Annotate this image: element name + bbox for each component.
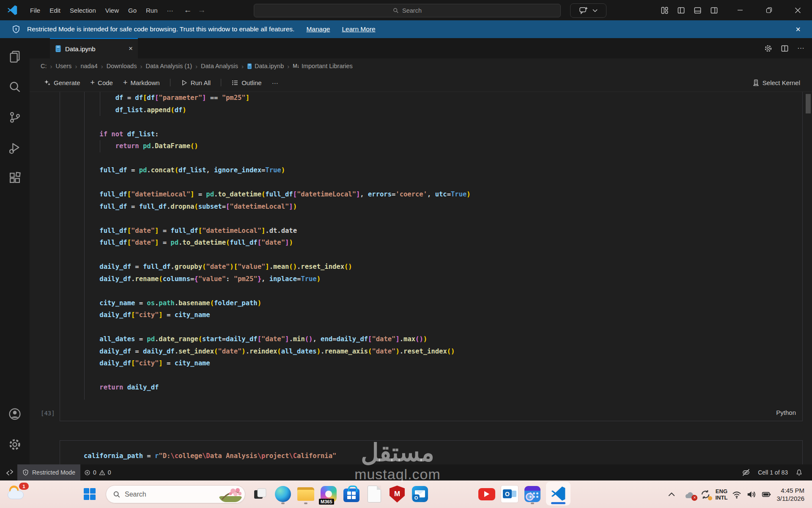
menu-more-icon[interactable]: ···	[162, 5, 178, 16]
select-kernel-button[interactable]: Select Kernel	[749, 77, 804, 88]
task-view-button[interactable]	[250, 483, 270, 505]
add-code-cell-button[interactable]: + Code	[87, 77, 116, 88]
code-line[interactable]: all_dates = pd.date_range(start=daily_df…	[84, 333, 471, 345]
toggle-sidebar-icon[interactable]	[673, 0, 689, 20]
close-window-button[interactable]	[783, 0, 812, 20]
code-line[interactable]: full_df["datetimeLocal"] = pd.to_datetim…	[84, 188, 471, 201]
restricted-mode-status[interactable]: Restricted Mode	[17, 464, 80, 480]
breadcrumb-item-data-analysis[interactable]: Data Analysis	[201, 63, 238, 69]
customize-layout-icon[interactable]	[656, 0, 673, 20]
code-line[interactable]: full_df["date"] = full_df["datetimeLocal…	[84, 225, 471, 237]
run-all-button[interactable]: Run All	[177, 77, 214, 88]
breadcrumb-item-downloads[interactable]: Downloads	[107, 63, 137, 69]
restore-button[interactable]	[754, 0, 783, 20]
code-line[interactable]: df_list.append(df)	[84, 104, 471, 116]
taskbar-search[interactable]: Search	[106, 485, 245, 503]
clock[interactable]: 4:45 PM 3/11/2026	[776, 486, 804, 502]
code-line[interactable]: full_df["date"] = pd.to_datetime(full_df…	[84, 237, 471, 249]
outline-button[interactable]: Outline	[228, 77, 265, 88]
edge-browser-icon[interactable]	[273, 483, 293, 505]
toggle-panel-icon[interactable]	[689, 0, 706, 20]
onedrive-error-icon[interactable]: ×	[683, 490, 696, 499]
code-line[interactable]	[84, 116, 471, 128]
breadcrumb-item-section[interactable]: M↓ Important Libraries	[293, 63, 353, 69]
youtube-icon[interactable]	[477, 483, 497, 505]
toggle-secondary-sidebar-icon[interactable]	[706, 0, 722, 20]
wifi-icon[interactable]	[732, 489, 742, 500]
search-sidebar-icon[interactable]	[5, 76, 25, 97]
file-explorer-icon[interactable]	[296, 483, 315, 505]
breadcrumb-item-drive[interactable]: C:	[41, 63, 47, 69]
document-app-icon[interactable]	[365, 483, 384, 505]
learn-more-link[interactable]: Learn More	[342, 25, 375, 33]
code-line[interactable]	[84, 321, 471, 334]
code-cell-2-content[interactable]: california_path = r"D:\college\Data Anal…	[84, 450, 336, 462]
code-line[interactable]: full_df = pd.concat(df_list, ignore_inde…	[84, 164, 471, 177]
code-line[interactable]	[84, 213, 471, 225]
copilot-status[interactable]	[738, 464, 754, 480]
code-line[interactable]	[84, 177, 471, 189]
tab-data-ipynb[interactable]: Data.ipynb ×	[50, 38, 138, 58]
extensions-icon[interactable]	[5, 168, 25, 189]
m365-copilot-icon[interactable]: M365	[319, 483, 338, 505]
problems-indicator[interactable]: 0 0	[80, 464, 115, 480]
cell-position-indicator[interactable]: Cell 1 of 83	[754, 464, 792, 480]
code-line[interactable]	[84, 370, 471, 382]
code-line[interactable]: daily_df.rename(columns={"value": "pm25"…	[84, 273, 471, 285]
notebook-settings-gear-icon[interactable]	[764, 44, 772, 52]
breadcrumb-item-nada4[interactable]: nada4	[80, 63, 97, 69]
code-line[interactable]: daily_df = full_df.groupby("date")["valu…	[84, 261, 471, 273]
account-icon[interactable]	[5, 403, 25, 425]
menu-go[interactable]: Go	[123, 5, 141, 16]
code-line[interactable]: return daily_df	[84, 381, 471, 394]
generate-button[interactable]: Generate	[41, 77, 84, 88]
menu-edit[interactable]: Edit	[45, 5, 65, 16]
menu-view[interactable]: View	[101, 5, 123, 16]
code-line[interactable]	[84, 285, 471, 297]
breadcrumb-item-data-analysis-1[interactable]: Data Analysis (1)	[145, 63, 192, 69]
microsoft-store-icon[interactable]	[342, 483, 361, 505]
outlook-new-icon[interactable]: O	[410, 483, 430, 505]
toolbar-more-icon[interactable]: ···	[269, 77, 282, 88]
cell-language-picker[interactable]: Python	[776, 409, 796, 416]
tab-close-icon[interactable]: ×	[129, 44, 133, 53]
code-line[interactable]: df = df[df["parameter"] == "pm25"]	[84, 92, 471, 104]
back-arrow-icon[interactable]: ←	[184, 6, 192, 15]
outlook-classic-icon[interactable]: O	[500, 483, 519, 505]
split-editor-icon[interactable]	[781, 44, 789, 52]
menu-run[interactable]: Run	[141, 5, 162, 16]
weather-widget[interactable]: 1	[7, 484, 28, 505]
code-line[interactable]	[84, 249, 471, 261]
tray-chevron-up-icon[interactable]	[668, 491, 675, 497]
banner-close-icon[interactable]: ×	[791, 20, 805, 38]
code-line[interactable]: full_df = full_df.dropna(subset=["dateti…	[84, 201, 471, 213]
code-line[interactable]: california_path = r"D:\college\Data Anal…	[84, 450, 336, 462]
language-indicator[interactable]: ENG INTL	[715, 488, 727, 501]
menu-file[interactable]: File	[25, 5, 45, 16]
sync-update-icon[interactable]	[700, 489, 711, 500]
command-center-search[interactable]: Search	[254, 4, 561, 17]
code-line[interactable]: if not df_list:	[84, 128, 471, 141]
remote-indicator[interactable]	[0, 464, 17, 480]
editor-scrollbar[interactable]	[806, 94, 811, 113]
breadcrumb-item-users[interactable]: Users	[56, 63, 72, 69]
minimize-button[interactable]	[726, 0, 754, 20]
menu-selection[interactable]: Selection	[65, 5, 101, 16]
copilot-chat-button[interactable]	[570, 3, 606, 18]
breadcrumb-item-file[interactable]: Data.ipynb	[247, 63, 284, 69]
volume-icon[interactable]	[746, 489, 756, 500]
editor-more-actions-icon[interactable]: ···	[797, 44, 804, 52]
notifications-bell[interactable]	[792, 464, 812, 480]
add-markdown-cell-button[interactable]: + Markdown	[120, 77, 163, 88]
mcafee-icon[interactable]: M	[387, 483, 407, 505]
forward-arrow-icon[interactable]: →	[198, 6, 206, 15]
settings-gear-icon[interactable]	[5, 434, 25, 455]
vscode-taskbar-icon[interactable]	[546, 483, 571, 505]
code-line[interactable]: city_name = os.path.basename(folder_path…	[84, 297, 471, 309]
code-line[interactable]: daily_df["city"] = city_name	[84, 357, 471, 370]
code-line[interactable]: daily_df["city"] = city_name	[84, 309, 471, 321]
explorer-icon[interactable]	[5, 46, 25, 67]
source-control-icon[interactable]	[5, 107, 25, 128]
manage-link[interactable]: Manage	[306, 25, 330, 33]
code-line[interactable]: return pd.DataFrame()	[84, 140, 471, 152]
